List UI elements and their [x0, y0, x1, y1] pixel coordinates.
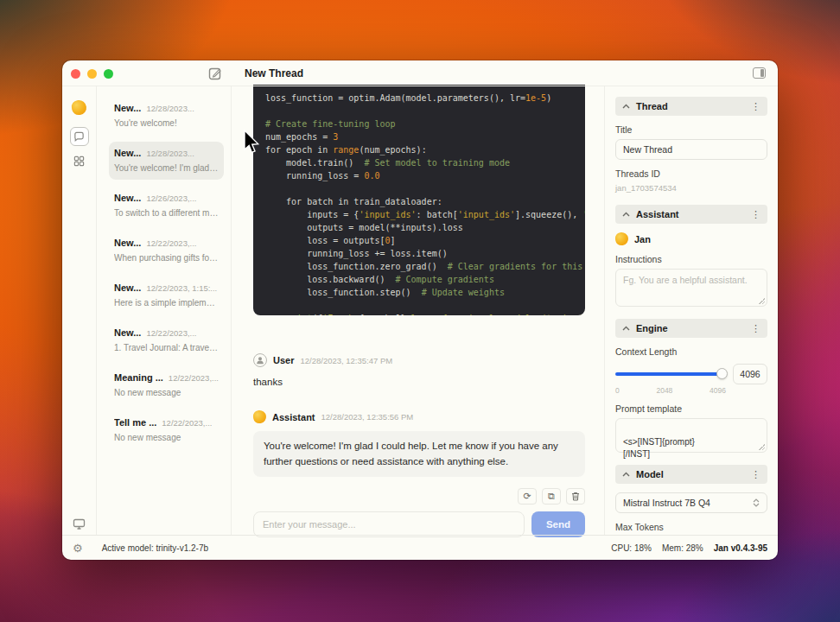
mouse-cursor	[243, 130, 262, 156]
thread-preview: When purchasing gifts for in-...	[114, 253, 219, 263]
left-icon-rail	[62, 86, 97, 535]
message-role: User	[273, 355, 294, 365]
model-section-header[interactable]: Model ⋮	[615, 465, 767, 484]
sidebar-item-hub[interactable]	[70, 151, 89, 170]
threads-id-label: Threads ID	[615, 168, 767, 179]
settings-gear-icon[interactable]: ⚙	[73, 542, 83, 555]
resize-grip-icon[interactable]	[759, 298, 765, 304]
thread-list-item[interactable]: Meaning ...12/22/2023,...No new message	[109, 366, 224, 404]
desktop: New Thread New...12/28/2023...You're	[0, 0, 840, 622]
jan-app-window: New Thread New...12/28/2023...You're	[62, 60, 778, 560]
model-select[interactable]: Mistral Instruct 7B Q4	[615, 492, 767, 513]
thread-list-item[interactable]: New...12/28/2023...You're welcome!	[109, 97, 224, 135]
window-title: New Thread	[245, 67, 303, 79]
resize-grip-icon[interactable]	[759, 444, 765, 450]
instructions-placeholder: Fg. You are a helpful assistant.	[623, 275, 748, 285]
instructions-textarea[interactable]: Fg. You are a helpful assistant.	[615, 269, 767, 307]
thread-preview: No new message	[114, 433, 219, 442]
zoom-window-button[interactable]	[104, 69, 113, 79]
minimize-window-button[interactable]	[87, 69, 97, 79]
chevron-up-icon	[622, 212, 630, 217]
kebab-menu-icon[interactable]: ⋮	[751, 209, 760, 220]
delete-icon[interactable]	[566, 488, 585, 505]
assistant-section-header[interactable]: Assistant ⋮	[615, 205, 767, 224]
assistant-message-text: You're welcome! I'm glad I could help. L…	[253, 431, 585, 477]
right-panel: Thread ⋮ Title Threads ID jan_1703574534…	[605, 86, 778, 535]
thread-title: Meaning ...	[114, 372, 163, 383]
context-length-slider[interactable]	[615, 365, 726, 383]
threads-id-value: jan_1703574534	[615, 183, 767, 193]
thread-title-input[interactable]	[615, 139, 767, 160]
engine-section-header[interactable]: Engine ⋮	[615, 319, 767, 338]
section-title: Model	[636, 469, 745, 479]
thread-title: New...	[114, 103, 141, 113]
thread-preview: No new message	[114, 388, 219, 397]
jan-hand-icon	[614, 232, 629, 246]
system-monitor-icon[interactable]	[73, 518, 86, 530]
thread-title: New...	[114, 148, 141, 158]
thread-preview: Here is a simple implementati...	[114, 298, 219, 308]
traffic-lights	[71, 69, 113, 79]
thread-list-item[interactable]: New...12/26/2023,...To switch to a diffe…	[109, 187, 224, 225]
message-actions: ⟳ ⧉	[253, 488, 585, 505]
thread-preview: To switch to a different model,...	[114, 208, 219, 218]
thread-date: 12/28/2023...	[146, 104, 194, 113]
app-version: Jan v0.4.3-95	[714, 543, 767, 553]
thread-preview: 1. Travel Journal: A travel journ...	[114, 343, 219, 352]
message-role: Assistant	[272, 412, 315, 422]
toggle-right-panel-icon[interactable]	[753, 67, 766, 79]
select-stepper-icon	[753, 498, 760, 507]
kebab-menu-icon[interactable]: ⋮	[751, 323, 760, 334]
section-title: Thread	[636, 101, 745, 111]
assistant-avatar-hand-icon	[252, 409, 267, 424]
assistant-name: Jan	[634, 234, 651, 244]
close-window-button[interactable]	[71, 69, 80, 79]
user-avatar-icon	[253, 353, 267, 367]
instructions-label: Instructions	[615, 254, 767, 264]
message-input[interactable]	[253, 511, 525, 537]
jan-logo-hand-icon	[71, 99, 87, 116]
thread-date: 12/22/2023,...	[146, 238, 196, 248]
thread-list-item[interactable]: New...12/22/2023, 1:15:...Here is a simp…	[109, 276, 224, 314]
prompt-template-textarea[interactable]: <s>[INST]{prompt} [/INST]	[615, 418, 767, 453]
thread-preview: You're welcome! I'm glad I cou...	[114, 163, 219, 173]
thread-title-label: Title	[615, 124, 767, 135]
model-select-value: Mistral Instruct 7B Q4	[623, 498, 753, 508]
new-thread-compose-icon[interactable]	[208, 67, 222, 80]
thread-list: New...12/28/2023...You're welcome!New...…	[97, 86, 232, 535]
send-button[interactable]: Send	[531, 511, 585, 537]
copy-icon[interactable]: ⧉	[542, 488, 561, 505]
thread-title: New...	[114, 327, 141, 338]
thread-date: 12/22/2023, 1:15:...	[146, 283, 217, 293]
thread-preview: You're welcome!	[114, 118, 219, 128]
section-title: Engine	[636, 323, 745, 333]
thread-list-item[interactable]: New...12/22/2023,...When purchasing gift…	[109, 232, 224, 270]
message-timestamp: 12/28/2023, 12:35:47 PM	[300, 356, 392, 365]
thread-date: 12/22/2023,...	[146, 328, 196, 338]
assistant-message-header: Assistant 12/28/2023, 12:35:56 PM	[253, 410, 585, 423]
thread-date: 12/26/2023,...	[146, 194, 196, 203]
sidebar-item-chat[interactable]	[70, 127, 89, 146]
max-tokens-label: Max Tokens	[615, 522, 767, 532]
kebab-menu-icon[interactable]: ⋮	[751, 101, 760, 112]
regenerate-icon[interactable]: ⟳	[518, 488, 537, 505]
thread-section-header[interactable]: Thread ⋮	[615, 97, 767, 116]
cpu-usage: CPU: 18%	[611, 543, 652, 553]
section-title: Assistant	[636, 209, 745, 219]
thread-list-item[interactable]: Tell me ...12/22/2023,...No new message	[109, 411, 224, 449]
thread-list-item[interactable]: New...12/28/2023...You're welcome! I'm g…	[109, 142, 224, 180]
thread-list-item[interactable]: New...12/22/2023,...1. Travel Journal: A…	[109, 321, 224, 359]
thread-title: Tell me ...	[114, 417, 156, 428]
code-block: loss_function = optim.Adam(model.paramet…	[253, 85, 585, 315]
kebab-menu-icon[interactable]: ⋮	[751, 469, 760, 480]
thread-title: New...	[114, 282, 141, 293]
user-message-text: thanks	[253, 375, 585, 390]
tick-label: 2048	[656, 386, 672, 395]
tick-label: 4096	[710, 386, 726, 395]
thread-title: New...	[114, 238, 141, 248]
thread-title: New...	[114, 193, 141, 203]
composer: Send	[253, 511, 585, 537]
slider-knob[interactable]	[716, 368, 728, 379]
status-bar: ⚙ Active model: trinity-v1.2-7b CPU: 18%…	[62, 535, 778, 560]
context-length-value: 4096	[733, 364, 767, 384]
